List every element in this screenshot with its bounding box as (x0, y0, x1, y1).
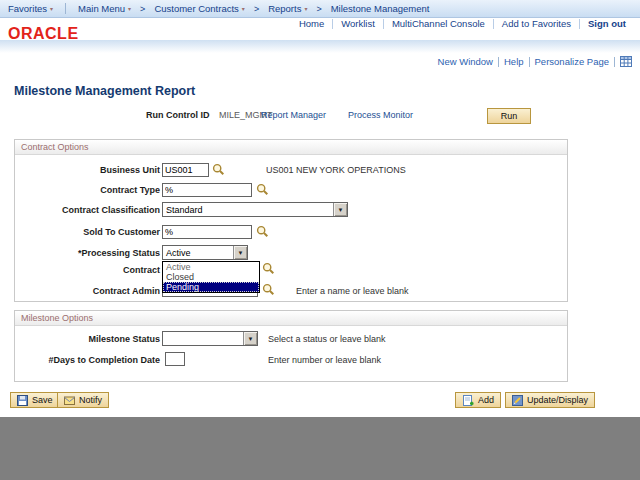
milestone-status-hint: Select a status or leave blank (268, 332, 386, 346)
processing-status-select[interactable]: Active ▼ (162, 245, 248, 260)
nav-worklist-link[interactable]: Worklist (333, 18, 383, 29)
nav-multichannel-console-link[interactable]: MultiChannel Console (384, 18, 493, 29)
select-arrow-icon[interactable]: ▼ (233, 246, 247, 259)
save-icon (17, 395, 28, 406)
select-arrow-icon[interactable]: ▼ (243, 332, 257, 345)
pagebar-divider (498, 57, 499, 67)
update-display-pencil-icon (512, 395, 523, 406)
header-nav: Home Worklist MultiChannel Console Add t… (291, 17, 634, 30)
business-unit-label: Business Unit (20, 163, 160, 177)
processing-status-dropdown-list: Active Closed Pending (162, 261, 260, 293)
contract-admin-hint: Enter a name or leave blank (296, 284, 409, 298)
notify-button-label: Notify (79, 395, 102, 405)
report-manager-link[interactable]: Report Manager (261, 110, 326, 120)
business-unit-lookup-icon[interactable] (212, 163, 225, 176)
contract-type-lookup-icon[interactable] (256, 183, 269, 196)
milestone-options-groupbox: Milestone Options (14, 310, 568, 382)
days-to-completion-label: #Days to Completion Date (20, 353, 160, 367)
personalize-grid-icon[interactable] (620, 56, 632, 67)
contract-classification-select[interactable]: Standard ▼ (162, 202, 348, 217)
dropdown-option-active[interactable]: Active (163, 262, 259, 272)
page-end-gray-area (0, 417, 640, 480)
update-display-button[interactable]: Update/Display (505, 392, 595, 408)
nav-home-link[interactable]: Home (291, 18, 332, 29)
main-menu-label: Main Menu (78, 3, 125, 14)
sold-to-customer-lookup-icon[interactable] (256, 225, 269, 238)
contract-options-header: Contract Options (15, 140, 567, 155)
contract-lookup-icon[interactable] (262, 262, 275, 275)
help-link[interactable]: Help (504, 56, 524, 67)
run-button[interactable]: Run (487, 108, 531, 124)
favorites-label: Favorites (8, 3, 47, 14)
breadcrumb-customer-contracts[interactable]: Customer Contracts ▾ (146, 3, 253, 14)
contract-admin-label: Contract Admin (20, 284, 160, 298)
new-window-link[interactable]: New Window (438, 56, 493, 67)
customer-contracts-label: Customer Contracts (154, 3, 238, 14)
sold-to-customer-label: Sold To Customer (20, 225, 160, 239)
business-unit-input[interactable] (162, 163, 209, 177)
save-button[interactable]: Save (10, 392, 60, 408)
save-button-label: Save (32, 395, 53, 405)
add-button-label: Add (478, 395, 494, 405)
milestone-options-header: Milestone Options (15, 311, 567, 326)
personalize-page-link[interactable]: Personalize Page (535, 56, 609, 67)
dropdown-option-pending[interactable]: Pending (163, 282, 259, 292)
page-action-bar: New Window Help Personalize Page (438, 56, 632, 67)
sign-out-link[interactable]: Sign out (580, 18, 634, 29)
contract-type-input[interactable] (162, 183, 252, 197)
milestone-management-page: Favorites ▾ Main Menu ▾ > Customer Contr… (0, 0, 640, 480)
processing-status-value: Active (163, 248, 233, 258)
dropdown-option-closed[interactable]: Closed (163, 272, 259, 282)
chevron-down-icon: ▾ (50, 6, 53, 12)
days-to-completion-input[interactable] (165, 352, 185, 366)
chevron-down-icon: ▾ (304, 6, 307, 12)
nav-add-to-favorites-link[interactable]: Add to Favorites (494, 18, 579, 29)
chevron-down-icon: ▾ (128, 6, 131, 12)
notify-button[interactable]: Notify (57, 392, 109, 408)
milestone-status-select[interactable]: ▼ (162, 331, 258, 346)
update-display-button-label: Update/Display (527, 395, 588, 405)
main-menu[interactable]: Main Menu ▾ (70, 3, 139, 14)
contract-admin-lookup-icon[interactable] (262, 283, 275, 296)
contract-label: Contract (20, 263, 160, 277)
header-gradient-band (0, 40, 640, 53)
notify-envelope-icon (64, 395, 75, 406)
days-to-completion-hint: Enter number or leave blank (268, 353, 381, 367)
process-monitor-link[interactable]: Process Monitor (348, 110, 413, 120)
breadcrumb-divider (65, 3, 66, 14)
select-arrow-icon[interactable]: ▼ (333, 203, 347, 216)
breadcrumb-reports[interactable]: Reports ▾ (260, 3, 315, 14)
milestone-management-label: Milestone Management (331, 3, 430, 14)
pagebar-divider (614, 57, 615, 67)
page-title: Milestone Management Report (14, 84, 195, 98)
milestone-status-label: Milestone Status (20, 332, 160, 346)
breadcrumb-separator: > (139, 4, 146, 14)
chevron-down-icon: ▾ (242, 6, 245, 12)
contract-type-label: Contract Type (20, 183, 160, 197)
breadcrumb-separator: > (315, 4, 322, 14)
contract-classification-label: Contract Classification (20, 203, 160, 217)
add-button[interactable]: Add (455, 392, 501, 408)
pagebar-divider (529, 57, 530, 67)
sold-to-customer-input[interactable] (162, 225, 252, 239)
run-control-id-label: Run Control ID (146, 110, 210, 120)
favorites-menu[interactable]: Favorites ▾ (0, 3, 61, 14)
breadcrumb-milestone-management[interactable]: Milestone Management (323, 3, 438, 14)
breadcrumb: Favorites ▾ Main Menu ▾ > Customer Contr… (0, 0, 640, 18)
processing-status-label: *Processing Status (20, 246, 160, 260)
add-plus-icon (462, 395, 474, 406)
business-unit-description: US001 NEW YORK OPERATIONS (266, 163, 406, 177)
contract-classification-value: Standard (163, 205, 333, 215)
breadcrumb-separator: > (253, 4, 260, 14)
reports-label: Reports (268, 3, 301, 14)
